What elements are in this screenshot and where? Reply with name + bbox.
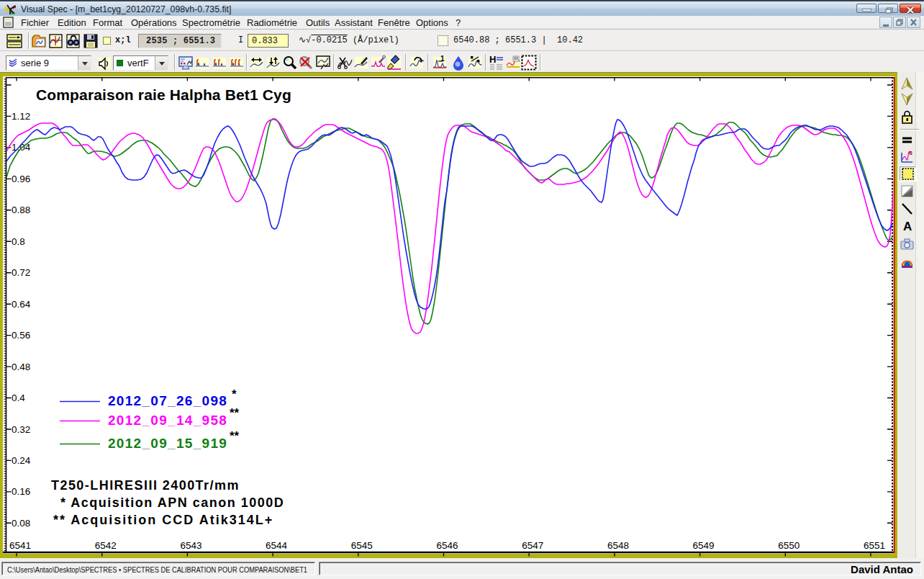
svg-text:*: * — [232, 387, 237, 401]
svg-text:0.24: 0.24 — [12, 455, 31, 466]
svg-text:2012_09_14_958: 2012_09_14_958 — [108, 413, 227, 428]
svg-text:0.64: 0.64 — [12, 299, 31, 310]
svg-text:6550: 6550 — [778, 540, 800, 551]
svg-text:6548: 6548 — [607, 540, 629, 551]
svg-text:**: ** — [230, 406, 240, 420]
svg-text:T250-LHIRESIII 2400Tr/mm: T250-LHIRESIII 2400Tr/mm — [51, 478, 240, 493]
svg-text:** Acquisition CCD Atik314L+: ** Acquisition CCD Atik314L+ — [53, 513, 273, 527]
svg-text:2012_07_26_098: 2012_07_26_098 — [108, 393, 227, 408]
svg-text:1.12: 1.12 — [12, 111, 30, 122]
svg-text:2012_09_15_919: 2012_09_15_919 — [108, 436, 227, 451]
svg-text:6541: 6541 — [9, 540, 31, 551]
svg-text:6551: 6551 — [864, 540, 885, 551]
svg-text:0.72: 0.72 — [12, 267, 30, 278]
svg-text:6544: 6544 — [266, 540, 288, 551]
svg-text:0.4: 0.4 — [12, 392, 25, 403]
svg-text:0.08: 0.08 — [12, 518, 30, 529]
svg-text:0.32: 0.32 — [12, 424, 30, 435]
svg-text:0.56: 0.56 — [12, 330, 30, 341]
svg-text:6549: 6549 — [693, 540, 715, 551]
svg-text:0.48: 0.48 — [12, 362, 30, 372]
svg-text:6545: 6545 — [351, 540, 373, 551]
svg-text:6542: 6542 — [95, 540, 117, 551]
svg-text:6546: 6546 — [436, 540, 458, 551]
svg-text:0.96: 0.96 — [12, 174, 30, 184]
svg-text:0.88: 0.88 — [12, 205, 30, 215]
svg-text:0.8: 0.8 — [12, 236, 25, 247]
svg-text:**: ** — [230, 429, 240, 443]
svg-text:* Acquisition APN canon 1000D: * Acquisition APN canon 1000D — [60, 495, 284, 510]
svg-text:6547: 6547 — [522, 540, 543, 551]
svg-text:6543: 6543 — [180, 540, 201, 551]
svg-text:0.16: 0.16 — [12, 486, 30, 497]
svg-text:Comparaison raie Halpha Bet1 C: Comparaison raie Halpha Bet1 Cyg — [36, 86, 291, 103]
